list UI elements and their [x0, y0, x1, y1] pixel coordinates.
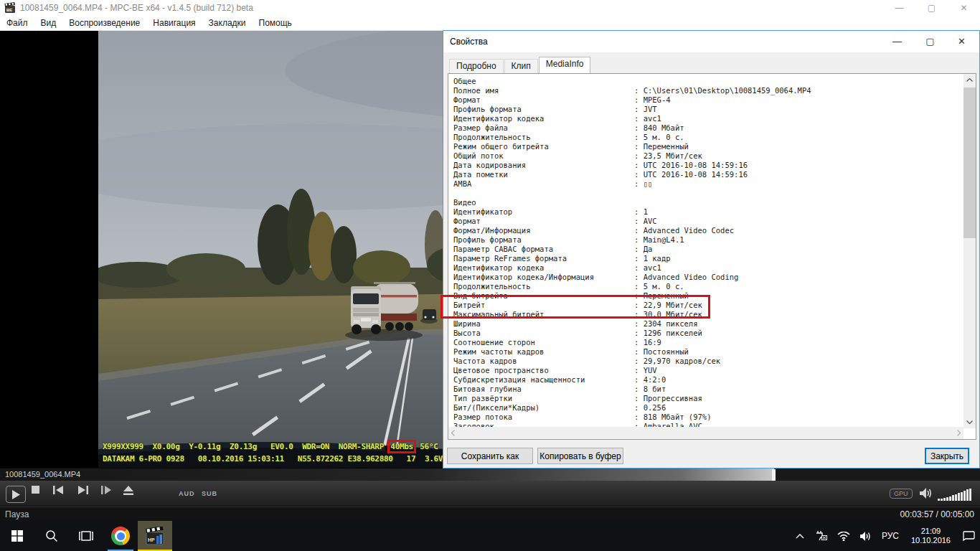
eject-button[interactable] — [123, 486, 133, 495]
window-maximize-button[interactable]: ▢ — [915, 0, 948, 16]
seekbar-thumb[interactable] — [772, 469, 776, 481]
audio-track-button[interactable]: AUD — [179, 490, 195, 497]
mediainfo-row: Общее — [453, 77, 961, 86]
taskbar-chrome[interactable] — [103, 521, 138, 551]
skip-forward-icon — [77, 486, 88, 494]
subtitle-track-button[interactable]: SUB — [202, 490, 217, 497]
horizontal-scrollbar[interactable] — [448, 427, 963, 439]
scroll-right-arrow[interactable] — [957, 430, 961, 436]
mediainfo-row: Высота: 1296 пикселей — [453, 329, 961, 338]
step-icon — [101, 486, 112, 494]
close-button[interactable]: Закрыть — [925, 448, 969, 464]
search-icon — [45, 529, 58, 542]
chrome-icon — [111, 527, 130, 545]
speaker-icon — [920, 488, 932, 499]
dialog-tabs: Подробно Клип MediaInfo — [449, 57, 591, 73]
mediainfo-row: Полное имя: C:\Users\01\Desktop\10081459… — [453, 86, 961, 95]
seekbar[interactable]: 10081459_0064.MP4 — [0, 468, 980, 481]
mediainfo-row: Формат: AVC — [453, 217, 961, 226]
mediainfo-row: Дата пометки: UTC 2016-10-08 14:59:16 — [453, 170, 961, 179]
playback-time: 00:03:57 / 00:05:00 — [900, 509, 974, 519]
previous-button[interactable] — [53, 486, 64, 494]
menu-help[interactable]: Помощь — [253, 18, 298, 28]
player-statusbar: Пауза 00:03:57 / 00:05:00 — [0, 507, 980, 521]
next-button[interactable] — [77, 486, 88, 494]
start-button[interactable] — [0, 521, 34, 551]
mediainfo-row: Цветовое пространство: YUV — [453, 366, 961, 375]
dialog-maximize-button[interactable]: ▢ — [914, 31, 946, 51]
menu-bookmarks[interactable]: Закладки — [202, 18, 253, 28]
tray-volume-icon[interactable] — [860, 532, 872, 541]
menu-playback[interactable]: Воспроизведение — [62, 18, 146, 28]
tab-clip[interactable]: Клип — [504, 59, 538, 73]
playback-state: Пауза — [5, 509, 29, 519]
mute-button[interactable] — [920, 488, 932, 499]
mediainfo-row: Бит/(Пиксели*Кадры): 0.256 — [453, 403, 961, 413]
gpu-status-badge: GPU — [890, 489, 913, 499]
task-view-icon — [79, 530, 93, 542]
bitrate-annotation-box — [440, 295, 710, 319]
play-icon — [12, 490, 20, 499]
action-center-icon[interactable] — [963, 531, 975, 542]
menu-view[interactable]: Вид — [34, 18, 63, 28]
menu-file[interactable]: Файл — [0, 18, 34, 28]
tray-time: 21:09 — [911, 527, 951, 536]
scroll-left-arrow[interactable] — [451, 430, 455, 436]
mediainfo-row: Битовая глубина: 8 бит — [453, 385, 961, 394]
save-as-button[interactable]: Сохранить как — [447, 448, 533, 464]
mediainfo-panel: ОбщееПолное имя: C:\Users\01\Desktop\100… — [448, 73, 976, 440]
eject-icon — [123, 486, 133, 495]
mediainfo-row: Режим частоты кадров: Постоянный — [453, 347, 961, 357]
window-titlebar: BE 10081459_0064.MP4 - MPC-BE x64 - v1.4… — [0, 0, 980, 16]
tray-language-indicator[interactable]: РУС — [882, 531, 899, 541]
dialog-close-icon[interactable]: ✕ — [946, 31, 978, 51]
tab-mediainfo[interactable]: MediaInfo — [539, 57, 591, 73]
mediainfo-row: Продолжительность: 5 м. 0 с. — [453, 282, 961, 291]
volume-slider[interactable] — [938, 486, 976, 501]
mediainfo-lines: ОбщееПолное имя: C:\Users\01\Desktop\100… — [448, 74, 961, 431]
window-minimize-button[interactable]: — — [883, 0, 915, 16]
scroll-up-arrow[interactable] — [963, 74, 976, 86]
search-button[interactable] — [34, 521, 69, 551]
frame-step-button[interactable] — [101, 486, 112, 494]
mediainfo-row: Видео — [453, 198, 961, 207]
play-button[interactable] — [6, 486, 26, 503]
mediainfo-row: Тип развёртки: Прогрессивная — [453, 394, 961, 403]
mediainfo-row: Параметр ReFrames формата: 1 кадр — [453, 254, 961, 263]
taskbar: HP — [0, 521, 980, 551]
osd-telemetry-line: X999XX999 X0.00g Y-0.11g Z0.13g EV0.0 WD… — [103, 442, 438, 451]
tray-date: 10.10.2016 — [911, 536, 951, 545]
mediainfo-row: AMBA: ▯▯ — [453, 179, 961, 189]
mediainfo-row: Соотношение сторон: 16:9 — [453, 338, 961, 347]
system-tray: РУС 21:09 10.10.2016 — [791, 521, 980, 551]
menubar: Файл Вид Воспроизведение Навигация Закла… — [0, 16, 980, 31]
scrollbar-thumb[interactable] — [963, 88, 976, 238]
control-bar: AUD SUB GPU — [0, 481, 980, 507]
windows-logo-icon — [11, 530, 23, 542]
osd-gps-line: DATAKAM 6-PRO 0928 08.10.2016 15:03:11 N… — [103, 454, 443, 463]
mediainfo-row: Профиль формата: JVT — [453, 105, 961, 114]
stop-button[interactable] — [32, 486, 39, 494]
scroll-down-arrow[interactable] — [963, 416, 976, 428]
dialog-title: Свойства — [450, 37, 488, 47]
tray-wifi-icon[interactable] — [837, 532, 850, 541]
tray-clock[interactable]: 21:09 10.10.2016 — [911, 527, 951, 545]
mediainfo-row: Режим общего битрейта: Переменный — [453, 142, 961, 151]
vertical-scrollbar[interactable] — [963, 74, 976, 428]
dialog-minimize-button[interactable]: — — [881, 31, 913, 51]
tray-chevron-up-icon[interactable] — [796, 534, 804, 539]
task-view-button[interactable] — [69, 521, 103, 551]
menu-navigation[interactable]: Навигация — [146, 18, 202, 28]
mediainfo-row: Общий поток: 23,5 Мбит/сек — [453, 151, 961, 161]
window-close-button[interactable]: ✕ — [948, 0, 980, 16]
mediainfo-row: Размер потока: 818 Мбайт (97%) — [453, 413, 961, 422]
taskbar-mpc-be-active[interactable]: HP — [138, 521, 172, 551]
tab-details[interactable]: Подробно — [449, 59, 504, 73]
tray-power-plug-icon[interactable] — [814, 531, 827, 541]
mediainfo-row: Идентификатор кодека/Информация: Advance… — [453, 273, 961, 282]
copy-to-clipboard-button[interactable]: Копировать в буфер — [537, 448, 623, 464]
mediainfo-row: Идентификатор: 1 — [453, 207, 961, 217]
properties-dialog: Свойства — ▢ ✕ Подробно Клип MediaInfo О… — [443, 30, 980, 468]
mediainfo-row: Идентификатор кодека: avc1 — [453, 263, 961, 273]
screen: BE 10081459_0064.MP4 - MPC-BE x64 - v1.4… — [0, 0, 980, 551]
